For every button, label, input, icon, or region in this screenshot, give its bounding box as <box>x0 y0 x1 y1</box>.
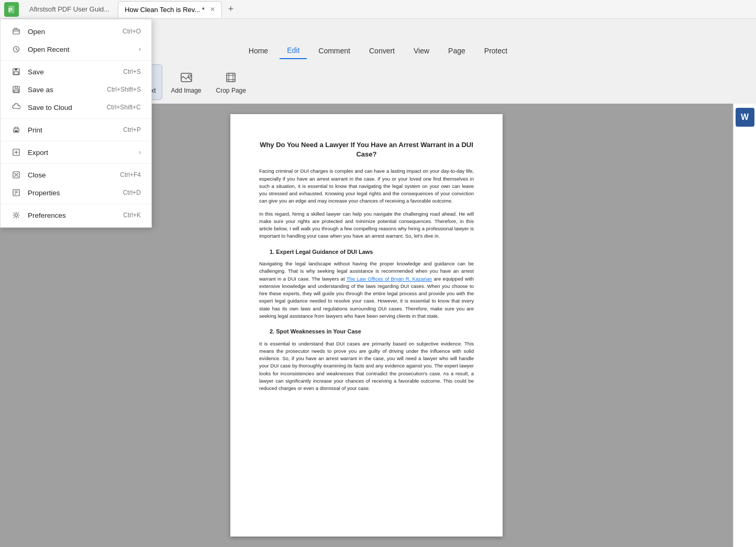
svg-rect-19 <box>13 29 19 34</box>
close-shortcut: Ctrl+F4 <box>120 171 141 178</box>
tab-1-label: Afirstsoft PDF User Guid... <box>29 5 109 13</box>
properties-icon <box>11 187 21 198</box>
svg-text:P: P <box>8 6 13 13</box>
svg-rect-27 <box>15 130 18 132</box>
menu-entry-save[interactable]: Save Ctrl+S <box>1 63 151 81</box>
preferences-shortcut: Ctrl+K <box>123 211 141 219</box>
open-recent-label: Open Recent <box>28 46 135 53</box>
app-logo: P <box>4 2 19 17</box>
tab-2[interactable]: How Clean Tech is Rev... * ✕ <box>118 1 222 18</box>
properties-label: Properties <box>28 189 115 197</box>
sep-5 <box>1 204 151 204</box>
save-shortcut: Ctrl+S <box>123 68 141 75</box>
preferences-icon <box>11 210 21 220</box>
sep-1 <box>1 60 151 61</box>
close-label: Close <box>28 171 112 179</box>
sep-3 <box>1 141 151 141</box>
svg-rect-25 <box>14 90 18 92</box>
export-label: Export <box>28 149 135 157</box>
sep-4 <box>1 163 151 164</box>
preferences-label: Preferences <box>28 211 115 219</box>
title-bar: P Afirstsoft PDF User Guid... How Clean … <box>0 0 756 19</box>
svg-point-34 <box>15 214 18 217</box>
properties-shortcut: Ctrl+D <box>123 189 141 196</box>
menu-entry-preferences[interactable]: Preferences Ctrl+K <box>1 206 151 224</box>
open-shortcut: Ctrl+O <box>123 28 141 35</box>
tab-add-button[interactable]: + <box>224 3 238 16</box>
export-arrow: › <box>139 149 141 156</box>
print-shortcut: Ctrl+P <box>123 126 141 133</box>
save-cloud-shortcut: Ctrl+Shift+C <box>107 104 141 111</box>
save-as-icon <box>11 84 21 95</box>
save-cloud-icon <box>11 102 21 113</box>
tabs-container: Afirstsoft PDF User Guid... How Clean Te… <box>23 1 752 18</box>
save-cloud-label: Save to Cloud <box>28 104 98 111</box>
svg-rect-23 <box>14 72 18 74</box>
save-label: Save <box>28 68 115 76</box>
menu-entry-print[interactable]: Print Ctrl+P <box>1 121 151 139</box>
open-recent-icon <box>11 44 21 54</box>
close-icon <box>11 170 21 180</box>
open-icon <box>11 26 21 37</box>
save-as-shortcut: Ctrl+Shift+S <box>107 86 141 93</box>
tab-1[interactable]: Afirstsoft PDF User Guid... <box>23 1 116 18</box>
file-menu: Open Ctrl+O Open Recent › Save Ctrl+S Sa… <box>0 19 152 228</box>
menu-entry-open[interactable]: Open Ctrl+O <box>1 23 151 40</box>
open-recent-arrow: › <box>139 46 141 53</box>
save-icon <box>11 66 21 77</box>
save-as-label: Save as <box>28 86 98 94</box>
tab-2-close[interactable]: ✕ <box>210 6 215 13</box>
export-icon <box>11 147 21 158</box>
menu-entry-open-recent[interactable]: Open Recent › <box>1 40 151 58</box>
print-label: Print <box>28 126 115 134</box>
tab-2-label: How Clean Tech is Rev... * <box>125 6 205 14</box>
print-icon <box>11 125 21 135</box>
dropdown-overlay: Open Ctrl+O Open Recent › Save Ctrl+S Sa… <box>0 19 756 547</box>
menu-entry-close[interactable]: Close Ctrl+F4 <box>1 166 151 184</box>
open-label: Open <box>28 28 114 36</box>
svg-rect-22 <box>15 69 17 71</box>
menu-entry-properties[interactable]: Properties Ctrl+D <box>1 184 151 202</box>
menu-entry-save-cloud[interactable]: Save to Cloud Ctrl+Shift+C <box>1 98 151 116</box>
menu-entry-save-as[interactable]: Save as Ctrl+Shift+S <box>1 81 151 98</box>
menu-entry-export[interactable]: Export › <box>1 143 151 161</box>
sep-2 <box>1 118 151 119</box>
